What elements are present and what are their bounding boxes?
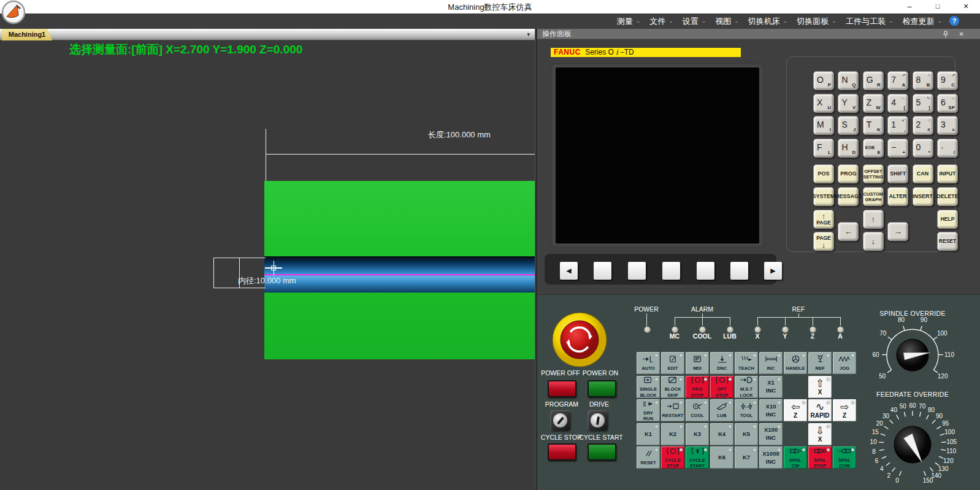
key-7-a[interactable]: 7A↗ — [887, 71, 908, 90]
button-lub[interactable]: LUB — [710, 399, 733, 421]
button-ref[interactable]: REF — [808, 352, 832, 374]
button-k4[interactable]: K4 — [710, 423, 733, 445]
close-button[interactable]: ✕ — [952, 0, 980, 13]
key-s-j[interactable]: SJ — [838, 116, 859, 135]
button-handle[interactable]: HANDLE — [784, 352, 807, 374]
key-page-up[interactable]: ↑PAGE — [813, 210, 834, 229]
maximize-button[interactable]: □ — [924, 0, 952, 13]
key-prog[interactable]: PROG — [838, 164, 859, 183]
key-delete[interactable]: DELETE — [937, 187, 958, 206]
power-off-button[interactable] — [548, 380, 576, 397]
pin-icon[interactable] — [942, 31, 951, 38]
softkey-right-arrow-button[interactable]: ▶ — [764, 262, 782, 280]
button-m-s-t-lock[interactable]: M.S.TLOCK — [735, 376, 758, 398]
key-page-down[interactable]: PAGE↓ — [813, 232, 834, 251]
button-mdi[interactable]: MDI — [686, 352, 709, 374]
feedrate-override-dial[interactable]: 0246810152030405060708090951001051101201… — [863, 397, 962, 490]
key-9-c[interactable]: 9C↗ — [937, 71, 958, 90]
button-spdl-stop[interactable]: SPDLSTOP — [808, 446, 832, 469]
button-prg-stop[interactable]: PRGSTOP — [686, 376, 709, 398]
softkey-blank-button[interactable] — [697, 262, 714, 280]
key-cursor-down[interactable]: ↓ — [863, 232, 884, 251]
tab-list-dropdown-icon[interactable]: ▾ — [527, 31, 530, 37]
button-reset[interactable]: RESET — [637, 446, 660, 469]
minimize-button[interactable]: – — [895, 0, 924, 13]
key-eob-e[interactable]: EOBE — [863, 139, 884, 158]
button-x1-inc[interactable]: X1INC — [759, 376, 783, 398]
button-edit[interactable]: EDIT — [661, 352, 684, 374]
cycle-stop-button[interactable] — [548, 443, 576, 461]
button-jog-right-z[interactable]: ⇨Z — [833, 399, 856, 421]
button-block-skip[interactable]: BLOCKSKIP — [661, 376, 684, 398]
button-cool[interactable]: COOL — [686, 399, 709, 421]
key-cursor-right[interactable]: → — [887, 222, 908, 241]
key-x-u[interactable]: XU — [813, 94, 834, 113]
spindle-override-dial[interactable]: 5060708090100110120 — [867, 315, 959, 384]
key-n-q[interactable]: NQ — [838, 71, 859, 90]
button-spdl-cw[interactable]: SPDLCW — [784, 446, 807, 469]
button-dnc[interactable]: DNC — [710, 352, 733, 374]
key-5[interactable]: 5]∿ — [913, 94, 933, 113]
key-input[interactable]: INPUT — [937, 164, 958, 183]
key-cursor-up[interactable]: ↑ — [863, 210, 884, 229]
key-3[interactable]: 3= — [937, 116, 958, 135]
button-k3[interactable]: K3 — [686, 423, 709, 445]
button-auto[interactable]: AUTO — [637, 352, 660, 374]
key-o-p[interactable]: OP — [813, 71, 834, 90]
key-help[interactable]: HELP — [937, 210, 958, 229]
button-restart[interactable]: RESTART — [661, 399, 684, 421]
key-6-sp[interactable]: 6SP→ — [937, 94, 958, 113]
button-spdl-ccw[interactable]: SPDLCCW — [833, 446, 856, 469]
button-rapid[interactable]: ∿RAPID — [808, 399, 832, 421]
button-cycle-start[interactable]: CYCLESTART — [686, 446, 709, 469]
key-dot[interactable]: ·/ — [937, 139, 958, 158]
button-x10-inc[interactable]: X10INC — [759, 399, 783, 421]
button-k5[interactable]: K5 — [735, 423, 758, 445]
softkey-blank-button[interactable] — [594, 262, 611, 280]
key-offset-setting[interactable]: OFFSETSETTING — [863, 164, 884, 183]
key-message[interactable]: MESSAGE — [838, 187, 859, 206]
menu-item-[interactable]: 文件⌄ — [649, 16, 673, 27]
button-inc[interactable]: INC — [759, 352, 783, 374]
key-custom-graph[interactable]: CUSTOMGRAPH — [863, 187, 884, 206]
button-k2[interactable]: K2 — [661, 423, 684, 445]
button-opt-stop[interactable]: OPTSTOP — [710, 376, 733, 398]
key-alter[interactable]: ALTER — [887, 187, 908, 206]
tab-machining1[interactable]: Machining1 — [2, 29, 52, 40]
program-keyswitch[interactable] — [550, 410, 570, 431]
button-x100-inc[interactable]: X100INC — [759, 423, 783, 445]
button-jog-down-x[interactable]: ⇩X — [808, 423, 832, 445]
button-tool[interactable]: TOOL — [735, 399, 758, 421]
key-m-i[interactable]: MI — [813, 116, 834, 135]
button-teach[interactable]: TEACH — [735, 352, 758, 374]
menu-item-[interactable]: 工件与工装⌄ — [846, 16, 894, 27]
button-jog[interactable]: JOG — [833, 352, 856, 374]
key-y-v[interactable]: YV — [838, 94, 859, 113]
key-z-w[interactable]: ZW — [863, 94, 884, 113]
softkey-blank-button[interactable] — [730, 262, 748, 280]
button-k6[interactable]: K6 — [710, 446, 733, 469]
machining-viewport[interactable]: 选择测量面:[前面] X=2.700 Y=1.900 Z=0.000 长度:10… — [0, 40, 535, 490]
key-8-b[interactable]: 8B↑ — [913, 71, 933, 90]
key-shift[interactable]: SHIFT — [887, 164, 908, 183]
key-4[interactable]: 4[← — [887, 94, 908, 113]
cycle-start-button[interactable] — [588, 443, 616, 461]
button-jog-left-z[interactable]: ⇦Z — [784, 399, 807, 421]
softkey-blank-button[interactable] — [628, 262, 646, 280]
key-pos[interactable]: POS — [813, 164, 834, 183]
help-icon[interactable]: ? — [949, 16, 959, 26]
button-single-block[interactable]: SINGLEBLOCK — [637, 376, 660, 398]
button-x1000-inc[interactable]: X1000INC — [759, 446, 783, 469]
softkey-blank-button[interactable] — [662, 262, 680, 280]
menu-item-[interactable]: 切换面板⌄ — [797, 16, 836, 27]
panel-close-icon[interactable]: ✕ — [959, 29, 964, 39]
key-g-r[interactable]: GR — [863, 71, 884, 90]
button-cycle-stop[interactable]: CYCLESTOP — [661, 446, 684, 469]
key-t-k[interactable]: TK — [863, 116, 884, 135]
menu-item-[interactable]: 切换机床⌄ — [748, 16, 788, 27]
key-cursor-left[interactable]: ← — [838, 222, 859, 241]
key-0[interactable]: 0* — [913, 139, 933, 158]
button-k7[interactable]: K7 — [735, 446, 758, 469]
key-minus[interactable]: −+ — [887, 139, 908, 158]
menu-item-[interactable]: 视图⌄ — [715, 16, 739, 27]
